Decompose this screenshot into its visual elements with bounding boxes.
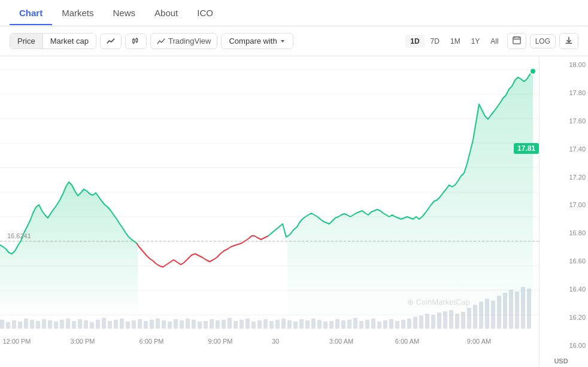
y-label-1740: 17.40 [542,145,586,153]
svg-rect-41 [90,322,94,329]
y-label-1780: 17.80 [542,89,586,96]
time-1y[interactable]: 1Y [466,35,485,48]
time-1m[interactable]: 1M [445,35,465,48]
svg-rect-37 [66,319,70,329]
svg-rect-90 [383,320,387,329]
svg-rect-81 [329,321,334,329]
svg-rect-45 [114,320,118,329]
chart-svg-wrapper: 12:00 PM 3:00 PM 6:00 PM 9:00 PM 30 3:00… [0,56,539,367]
calendar-button[interactable] [507,33,526,49]
compare-button[interactable]: Compare with [221,33,293,49]
svg-text:9:00 PM: 9:00 PM [208,338,233,345]
svg-rect-30 [24,319,28,329]
svg-text:12:00 PM: 12:00 PM [2,338,31,345]
time-7d[interactable]: 7D [426,35,444,48]
svg-rect-71 [269,321,274,329]
candle-chart-icon-btn[interactable] [125,34,147,49]
svg-rect-76 [299,319,304,329]
svg-rect-103 [461,312,465,329]
svg-rect-61 [210,319,214,329]
svg-rect-99 [437,313,441,329]
tab-about[interactable]: About [145,2,187,25]
svg-rect-85 [353,318,357,329]
tab-markets[interactable]: Markets [52,2,103,25]
svg-rect-39 [78,319,82,329]
svg-rect-42 [96,320,100,329]
svg-rect-58 [192,320,196,329]
svg-rect-80 [323,321,328,329]
svg-rect-72 [275,320,280,329]
svg-rect-55 [174,319,178,329]
tab-ico[interactable]: ICO [187,2,223,25]
time-all[interactable]: All [486,35,503,48]
svg-rect-44 [108,321,112,329]
price-button[interactable]: Price [10,34,43,48]
svg-rect-91 [389,319,393,329]
svg-text:3:00 AM: 3:00 AM [329,338,353,345]
nav-tabs: Chart Markets News About ICO [0,0,588,26]
tab-news[interactable]: News [104,2,146,25]
log-button[interactable]: LOG [530,34,556,48]
svg-rect-68 [251,321,256,329]
svg-text:6:00 PM: 6:00 PM [140,338,164,345]
download-button[interactable] [559,33,578,49]
svg-rect-28 [12,320,16,329]
svg-rect-57 [186,319,190,329]
chart-container: 12:00 PM 3:00 PM 6:00 PM 9:00 PM 30 3:00… [0,56,588,367]
svg-rect-78 [311,319,316,329]
svg-rect-98 [431,315,435,329]
svg-rect-88 [371,319,375,329]
svg-text:⊕ CoinMarketCap: ⊕ CoinMarketCap [407,298,470,307]
svg-rect-48 [132,320,136,329]
svg-rect-43 [102,318,106,329]
svg-rect-82 [335,319,340,329]
y-label-1600: 16.00 [542,342,586,349]
svg-rect-79 [317,320,322,329]
y-label-1700: 17.00 [542,201,586,208]
tradingview-label: TradingView [168,37,211,46]
svg-rect-94 [407,319,411,329]
line-chart-icon-btn[interactable] [100,34,122,49]
svg-rect-63 [222,320,226,329]
svg-rect-56 [180,320,184,329]
svg-text:30: 30 [272,338,279,345]
current-price-badge: 17.81 [514,143,539,154]
svg-rect-75 [293,321,298,329]
svg-rect-73 [281,319,286,329]
toolbar: Price Market cap TradingView Compare wit… [0,26,588,56]
y-label-1640: 16.40 [542,286,586,293]
tradingview-button[interactable]: TradingView [150,33,218,49]
svg-rect-96 [419,316,423,329]
marketcap-button[interactable]: Market cap [43,34,96,48]
svg-rect-87 [365,320,369,329]
time-1d[interactable]: 1D [405,35,424,48]
svg-rect-74 [287,320,292,329]
y-label-1620: 16.20 [542,314,586,321]
svg-text:16.6241: 16.6241 [7,232,31,239]
svg-rect-95 [413,317,417,329]
svg-rect-40 [84,320,88,329]
svg-rect-32 [36,321,40,329]
svg-rect-1 [136,38,138,41]
svg-rect-86 [359,321,363,329]
svg-rect-31 [30,320,34,329]
svg-rect-38 [72,321,76,329]
tab-chart[interactable]: Chart [10,2,52,25]
svg-rect-60 [204,321,208,329]
svg-rect-50 [144,321,148,329]
svg-rect-26 [0,320,4,329]
svg-rect-34 [48,320,52,329]
svg-rect-84 [347,320,351,329]
time-period-buttons: 1D 7D 1M 1Y All [405,35,503,48]
svg-rect-52 [156,319,160,329]
svg-rect-27 [6,322,10,329]
svg-rect-69 [257,320,262,329]
svg-rect-100 [443,311,447,329]
svg-rect-77 [305,320,310,329]
compare-label: Compare with [229,37,277,46]
svg-rect-7 [513,37,520,44]
svg-rect-49 [138,319,142,329]
svg-rect-65 [234,321,238,329]
svg-rect-53 [162,320,166,329]
svg-rect-66 [240,320,244,329]
